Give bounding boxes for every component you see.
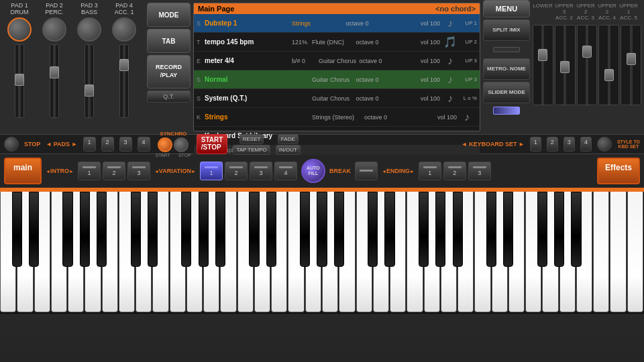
variation-btn-3[interactable]: 3 <box>250 162 272 180</box>
kbd-btn-1[interactable]: 1 <box>530 137 541 152</box>
black-key-1-1[interactable] <box>148 192 158 267</box>
row2-octave: octave 0 <box>360 58 400 64</box>
pad-btn-3[interactable]: 3 <box>119 137 132 152</box>
black-key-4-1[interactable] <box>503 192 513 267</box>
black-key-1-5[interactable] <box>215 192 225 267</box>
pad3-fader[interactable] <box>85 44 94 118</box>
effects-button[interactable]: Effects <box>597 158 640 184</box>
black-key-2-5[interactable] <box>334 192 344 267</box>
fade-button[interactable]: FADE <box>278 134 299 144</box>
break-btn-1[interactable] <box>355 162 378 180</box>
display-row-1[interactable]: T tempo 145 bpm 121% Flute (DNC) octave … <box>194 33 480 52</box>
right-fader-2[interactable] <box>555 25 576 105</box>
pad2-fader[interactable] <box>50 44 59 118</box>
synchro-stop-button[interactable] <box>174 137 189 152</box>
ending-btn-3[interactable]: 3 <box>468 162 491 180</box>
black-key-3-3[interactable] <box>419 192 429 267</box>
display-row-2[interactable]: E meter 4/4 b/# 0 Guitar Chorus octave 0… <box>194 52 480 70</box>
white-key-37[interactable] <box>627 192 643 312</box>
black-key-1-4[interactable] <box>199 192 209 267</box>
intro-btn-3[interactable]: 3 <box>127 162 150 180</box>
black-key-3-5[interactable] <box>453 192 463 267</box>
intro-label: INTRO <box>46 168 74 174</box>
row1-note: 🎵 <box>440 36 460 48</box>
pad-btn-2[interactable]: 2 <box>101 137 114 152</box>
qt-button[interactable]: Q.T. <box>147 90 191 103</box>
black-key-4-5[interactable] <box>571 192 581 267</box>
record-play-button[interactable]: RECORD /PLAY <box>147 55 191 88</box>
pad4-fader[interactable] <box>119 44 129 118</box>
black-key-1-0[interactable] <box>131 192 141 267</box>
ending-btn-1[interactable]: 1 <box>419 162 441 180</box>
intro-btn-1[interactable]: 1 <box>78 162 101 180</box>
auto-fill-button[interactable]: AUTO FILL <box>301 159 325 183</box>
ending-btn-2[interactable]: 2 <box>443 162 466 180</box>
black-key-4-3[interactable] <box>537 192 547 267</box>
display-row-3[interactable]: S Normal Guitar Chorus octave 0 vol 100 … <box>194 70 480 89</box>
kbd-btn-4[interactable]: 4 <box>580 137 592 152</box>
row4-note: ♪ <box>440 93 460 105</box>
kbd-round-button[interactable] <box>597 137 612 152</box>
right-fader-4[interactable] <box>598 25 619 105</box>
split-mix-button[interactable]: SPLIT /MIX <box>483 19 530 41</box>
display-row-4[interactable]: S System (Q.T.) Guitar Chorus octave 0 v… <box>194 89 480 108</box>
pad3-button[interactable] <box>77 17 101 42</box>
black-key-3-0[interactable] <box>368 192 378 267</box>
black-key-2-3[interactable] <box>300 192 310 267</box>
black-key-0-1[interactable] <box>29 192 39 267</box>
tap-tempo-button[interactable]: TAP TEMPO <box>233 145 270 155</box>
tab-button[interactable]: TAB <box>147 29 191 53</box>
black-key-1-3[interactable] <box>181 192 191 267</box>
metronome-button[interactable]: METRO- NOME <box>483 58 530 80</box>
white-key-35[interactable] <box>593 192 609 312</box>
right-fader-5[interactable] <box>621 25 641 105</box>
display-row-0[interactable]: S Dubstep 1 Strings octave 0 vol 100 ♪ U… <box>194 14 480 33</box>
right-fader-1[interactable] <box>533 25 553 105</box>
black-key-3-4[interactable] <box>435 192 445 267</box>
row5-name: Strings <box>205 113 292 121</box>
black-key-0-0[interactable] <box>12 192 22 267</box>
pad1-button[interactable] <box>7 17 32 42</box>
kbd-btn-3[interactable]: 3 <box>564 137 575 152</box>
black-key-0-3[interactable] <box>62 192 72 267</box>
pad4-button[interactable] <box>112 17 136 42</box>
display-row-5[interactable]: K Strings Strings (Stereo) octave 0 vol … <box>194 108 480 127</box>
variation-btn-4[interactable]: 4 <box>274 162 297 180</box>
variation-btn-1[interactable]: 1 <box>200 162 223 180</box>
split-slider[interactable] <box>493 47 520 52</box>
menu-button[interactable]: MENU <box>483 0 530 17</box>
right-fader-3[interactable] <box>577 25 598 105</box>
black-key-2-4[interactable] <box>317 192 327 267</box>
black-key-3-1[interactable] <box>384 192 394 267</box>
row5-note: ♪ <box>457 111 477 123</box>
row3-badge: UP 3 <box>460 76 477 82</box>
slider-mode-button[interactable]: SLIDER MODE <box>483 82 530 103</box>
black-key-2-0[interactable] <box>249 192 259 267</box>
variation-btn-2[interactable]: 2 <box>225 162 248 180</box>
piano-keyboard[interactable] <box>0 192 644 312</box>
intro-btn-2[interactable]: 2 <box>103 162 125 180</box>
black-key-4-4[interactable] <box>554 192 564 267</box>
main-button[interactable]: main <box>4 158 42 184</box>
pad1-fader[interactable] <box>15 44 24 118</box>
row2-name: meter 4/4 <box>205 57 292 64</box>
pad2-button[interactable] <box>42 17 66 42</box>
mode-button[interactable]: MODE <box>147 3 191 27</box>
black-key-0-4[interactable] <box>80 192 90 267</box>
black-key-0-5[interactable] <box>97 192 107 267</box>
start-stop-button[interactable]: START/STOP <box>197 134 228 154</box>
row4-octave: octave 0 <box>356 95 400 102</box>
pad-btn-4[interactable]: 4 <box>138 137 150 152</box>
synchro-start-button[interactable] <box>158 137 172 152</box>
break-label: BREAK <box>329 168 351 174</box>
stop-button[interactable] <box>4 137 19 152</box>
black-key-4-0[interactable] <box>486 192 496 267</box>
kbd-btn-2[interactable]: 2 <box>547 137 558 152</box>
black-key-2-1[interactable] <box>266 192 276 267</box>
pad-btn-1[interactable]: 1 <box>83 137 96 152</box>
row3-octave: octave 0 <box>356 76 400 83</box>
row2-instrument: Guitar Chorus <box>319 58 360 64</box>
row5-octave: octave 0 <box>364 114 417 121</box>
white-key-36[interactable] <box>610 192 626 312</box>
reset-button[interactable]: RESET <box>239 134 264 144</box>
